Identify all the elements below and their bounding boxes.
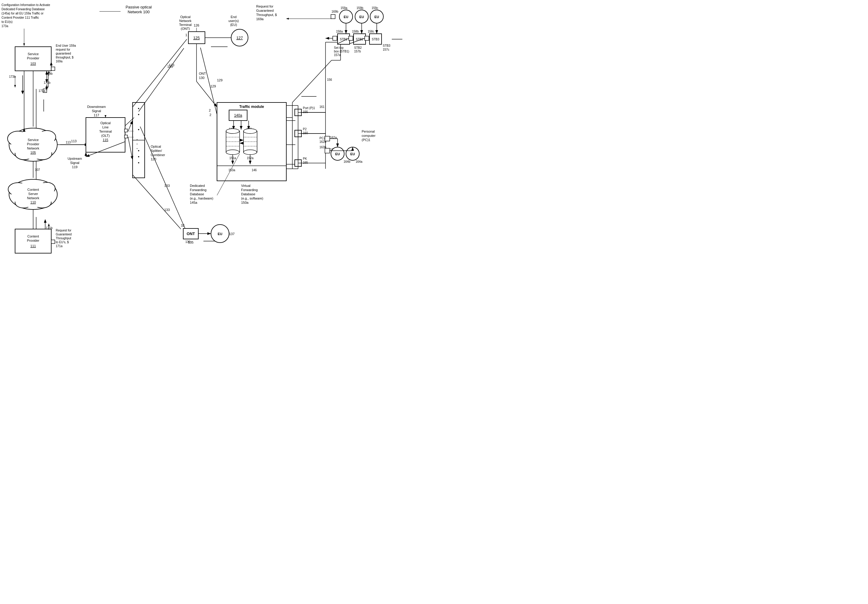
svg-text:P2: P2 <box>303 127 307 131</box>
svg-text:Port (P)1: Port (P)1 <box>303 106 315 110</box>
svg-text:155: 155 <box>303 110 308 114</box>
svg-text:Server: Server <box>28 192 38 196</box>
svg-text:158b: 158b <box>352 30 359 33</box>
svg-text:Dedicated Forwarding Database: Dedicated Forwarding Database <box>2 8 45 11</box>
svg-text:Line: Line <box>102 125 109 129</box>
svg-text:Content: Content <box>28 234 39 238</box>
svg-text:End: End <box>231 15 237 19</box>
svg-text:STB3: STB3 <box>372 38 379 41</box>
svg-text:STB2: STB2 <box>354 46 362 50</box>
svg-text:EU: EU <box>344 15 348 19</box>
svg-point-176 <box>243 150 257 155</box>
svg-text:Network: Network <box>27 147 39 150</box>
svg-text:Throughput, $: Throughput, $ <box>256 13 277 17</box>
svg-text:Guaranteed: Guaranteed <box>56 233 72 236</box>
svg-text:123: 123 <box>167 65 173 68</box>
svg-text:to EU(s): to EU(s) <box>2 20 12 23</box>
svg-rect-226 <box>325 148 330 153</box>
svg-text:·: · <box>136 145 138 151</box>
svg-rect-107 <box>124 129 127 132</box>
svg-text:PK: PK <box>303 157 307 160</box>
svg-text:Request for: Request for <box>56 229 71 232</box>
svg-text:159c: 159c <box>372 6 378 10</box>
svg-text:Provider: Provider <box>27 142 39 146</box>
svg-text:EU: EU <box>218 232 222 236</box>
svg-text:126: 126 <box>194 23 199 27</box>
main-svg: Passive optical Network 100 Configuratio… <box>0 0 434 302</box>
svg-text:110: 110 <box>31 200 36 204</box>
svg-text:32: 32 <box>181 224 184 227</box>
svg-text:(EU): (EU) <box>230 23 237 26</box>
svg-rect-108 <box>124 135 127 138</box>
svg-text:Content: Content <box>28 188 39 191</box>
svg-line-135 <box>133 39 187 107</box>
svg-point-129 <box>138 150 139 151</box>
svg-text:Content Provider 111 Traffic: Content Provider 111 Traffic <box>2 16 39 19</box>
svg-text:136: 136 <box>185 240 191 243</box>
svg-text:(e.g., hardware): (e.g., hardware) <box>190 197 213 200</box>
svg-point-128 <box>138 129 139 130</box>
svg-text:171b: 171b <box>44 81 51 84</box>
svg-text:Passive optical: Passive optical <box>126 5 152 9</box>
svg-text:2: 2 <box>209 108 211 112</box>
svg-text:103: 103 <box>31 62 36 65</box>
svg-text:145a: 145a <box>190 201 197 204</box>
svg-text:Optical: Optical <box>180 15 191 19</box>
svg-text:Signal: Signal <box>70 161 79 164</box>
svg-text:Configuration Information to A: Configuration Information to Activate <box>2 3 50 7</box>
svg-rect-251 <box>365 36 369 40</box>
svg-text:Throughput: Throughput <box>56 237 71 240</box>
svg-text:(ONT): (ONT) <box>181 27 190 31</box>
svg-text:165: 165 <box>303 161 308 164</box>
svg-rect-260 <box>331 14 335 19</box>
svg-text:to EU's, $: to EU's, $ <box>56 240 69 244</box>
svg-text:Provider: Provider <box>27 56 39 60</box>
svg-text:Personal: Personal <box>362 130 375 133</box>
svg-text:157a: 157a <box>334 53 341 57</box>
svg-text:Forwarding: Forwarding <box>190 188 206 192</box>
svg-text:ONT: ONT <box>199 72 206 75</box>
svg-point-127 <box>138 114 139 115</box>
svg-text:133: 133 <box>164 208 170 212</box>
svg-text:Forwarding: Forwarding <box>241 188 258 192</box>
svg-text:Database: Database <box>241 192 255 196</box>
svg-point-130 <box>138 156 139 157</box>
svg-text:Network 100: Network 100 <box>128 10 150 14</box>
svg-text:117: 117 <box>94 113 99 117</box>
svg-text:Dedicated: Dedicated <box>190 184 205 187</box>
svg-text:150a: 150a <box>241 201 249 204</box>
svg-text:End User 159a: End User 159a <box>56 44 76 47</box>
svg-text:Terminal: Terminal <box>99 130 112 133</box>
svg-text:EU: EU <box>359 15 364 19</box>
svg-text:158a: 158a <box>336 30 343 33</box>
svg-text:171a: 171a <box>39 89 45 93</box>
svg-text:STB3: STB3 <box>383 44 390 47</box>
svg-rect-91 <box>51 240 55 243</box>
svg-rect-243 <box>333 36 337 40</box>
svg-text:169a: 169a <box>56 60 63 63</box>
svg-text:computer: computer <box>362 134 375 138</box>
svg-text:129: 129 <box>210 84 216 88</box>
svg-rect-50 <box>51 67 55 71</box>
svg-text:156: 156 <box>327 78 332 81</box>
svg-text:160: 160 <box>303 132 308 135</box>
svg-text:146: 146 <box>252 169 257 172</box>
svg-text:137: 137 <box>229 232 234 236</box>
svg-text:119: 119 <box>72 165 78 169</box>
svg-text:157c: 157c <box>383 48 389 51</box>
svg-text:(145a) for all EU 159a Traffic: (145a) for all EU 159a Traffic or <box>2 12 44 15</box>
svg-text:171b: 171b <box>46 226 53 230</box>
svg-text:(e.g., software): (e.g., software) <box>241 197 263 200</box>
svg-text:guaranteed: guaranteed <box>56 52 71 55</box>
svg-text:Downstream: Downstream <box>87 105 106 108</box>
svg-text:throughput, $: throughput, $ <box>56 56 74 59</box>
svg-line-125 <box>128 137 133 160</box>
svg-text:EU: EU <box>335 152 339 156</box>
svg-text:Network: Network <box>27 196 39 200</box>
svg-text:113: 113 <box>66 141 71 144</box>
svg-point-169 <box>226 150 239 155</box>
svg-text:173b: 173b <box>9 75 16 78</box>
diagram: 113 123 133 129 2 <box>0 0 434 302</box>
svg-text:125: 125 <box>193 36 200 40</box>
svg-point-126 <box>138 108 139 109</box>
